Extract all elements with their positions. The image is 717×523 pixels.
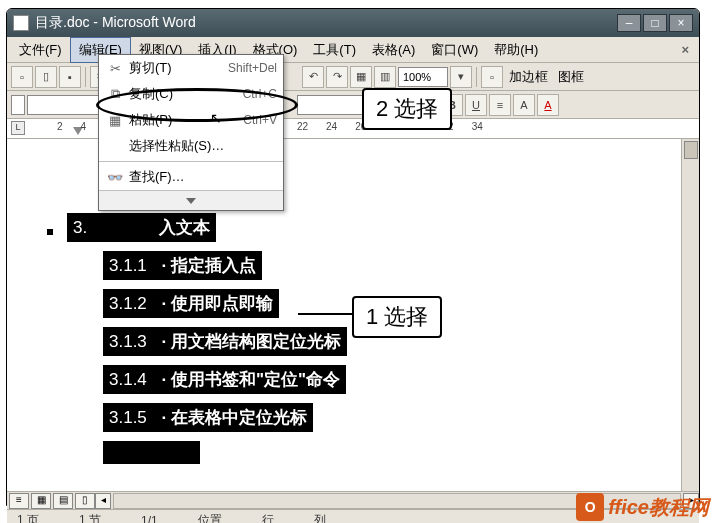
style-combo[interactable] [27,95,107,115]
item-num: 3.1.4 [109,370,147,389]
separator [476,67,477,87]
heading-text: 入文本 [159,218,210,237]
status-page: 1 页 [17,512,39,523]
bullet-icon [47,229,53,235]
menu-paste-special[interactable]: 选择性粘贴(S)… [99,133,283,159]
table-icon[interactable]: ▦ [350,66,372,88]
align-left-icon[interactable]: ≡ [489,94,511,116]
highlight-button[interactable]: A [513,94,535,116]
minimize-button[interactable]: – [617,14,641,32]
item-num: 3.1.3 [109,332,147,351]
item-num: 3.1.5 [109,408,147,427]
item-text: 使用即点即输 [171,294,273,313]
outline-view-icon[interactable]: ▯ [75,493,95,509]
item-text: 指定插入点 [171,256,256,275]
menu-copy[interactable]: ⧉ 复制(C) Ctrl+C [99,81,283,107]
heading-num: 3. [73,218,87,237]
copy-icon: ⧉ [105,86,125,102]
status-section: 1 节 [79,512,101,523]
normal-view-icon[interactable]: ≡ [9,493,29,509]
menu-separator [99,161,283,162]
item-num: 3.1.1 [109,256,147,275]
maximize-button[interactable]: □ [643,14,667,32]
menu-window[interactable]: 窗口(W) [423,38,486,62]
menu-shortcut: Ctrl+C [243,87,277,101]
font-color-button[interactable]: A [537,94,559,116]
close-button[interactable]: × [669,14,693,32]
watermark: O ffice教程网 [576,493,709,521]
redo-icon[interactable]: ↷ [326,66,348,88]
underline-button[interactable]: U [465,94,487,116]
menu-label: 复制(C) [129,85,243,103]
print-view-icon[interactable]: ▤ [53,493,73,509]
zoom-combo[interactable]: 100% [398,67,448,87]
menu-shortcut: Shift+Del [228,61,277,75]
new-doc-icon[interactable]: ▫ [11,66,33,88]
ruler-num: 2 [57,121,63,132]
status-position: 位置 [198,512,222,523]
toc-item-partial[interactable] [103,441,699,473]
heading-row[interactable]: 3. 入文本 [47,213,699,251]
ruler-num: 24 [326,121,337,132]
scroll-left-icon[interactable]: ◂ [95,493,111,509]
watermark-text: ffice教程网 [608,494,709,521]
menu-label: 粘贴(P) [129,111,243,129]
item-text: 使用书签和"定位"命令 [171,370,340,389]
menu-expand[interactable] [99,190,283,210]
zoom-dropdown-icon[interactable]: ▾ [450,66,472,88]
mouse-cursor-icon: ↖ [210,110,222,126]
menu-table[interactable]: 表格(A) [364,38,423,62]
status-column: 列 [314,512,326,523]
annotation-line-1 [298,313,352,315]
window-title: 目录.doc - Microsoft Word [35,14,617,32]
columns-icon[interactable]: ▥ [374,66,396,88]
vertical-scrollbar[interactable] [681,139,699,491]
scissors-icon: ✂ [105,61,125,76]
paste-icon: ▦ [105,113,125,128]
tab-selector[interactable]: L [11,121,25,135]
menu-paste[interactable]: ▦ 粘贴(P) Ctrl+V [99,107,283,133]
chevron-down-icon [186,198,196,204]
toc-item[interactable]: 3.1.1 · 指定插入点 [103,251,699,289]
item-text: 用文档结构图定位光标 [171,332,341,351]
menu-find[interactable]: 👓 查找(F)… [99,164,283,190]
undo-icon[interactable]: ↶ [302,66,324,88]
ruler-num: 34 [472,121,483,132]
border-label[interactable]: 加边框 [505,68,552,86]
binoculars-icon: 👓 [105,170,125,185]
menu-label: 选择性粘贴(S)… [129,137,277,155]
edit-menu-dropdown: ✂ 剪切(T) Shift+Del ⧉ 复制(C) Ctrl+C ▦ 粘贴(P)… [98,54,284,211]
doc-close-button[interactable]: × [675,42,695,57]
border-icon[interactable]: ▫ [481,66,503,88]
open-icon[interactable]: ▯ [35,66,57,88]
toc-item[interactable]: 3.1.4 · 使用书签和"定位"命令 [103,365,699,403]
ruler-num: 4 [81,121,87,132]
menu-label: 剪切(T) [129,59,228,77]
menu-cut[interactable]: ✂ 剪切(T) Shift+Del [99,55,283,81]
office-logo-icon: O [576,493,604,521]
status-line: 行 [262,512,274,523]
window-controls: – □ × [617,14,693,32]
menu-file[interactable]: 文件(F) [11,38,70,62]
annotation-callout-1: 1 选择 [352,296,442,338]
scroll-up-arrow-icon[interactable] [684,141,698,159]
status-pages: 1/1 [141,514,158,524]
save-icon[interactable]: ▪ [59,66,81,88]
separator [85,67,86,87]
menu-shortcut: Ctrl+V [243,113,277,127]
toc-item[interactable]: 3.1.5 · 在表格中定位光标 [103,403,699,441]
style-handle-icon[interactable] [11,95,25,115]
word-app-icon [13,15,29,31]
web-view-icon[interactable]: ▦ [31,493,51,509]
item-num: 3.1.2 [109,294,147,313]
title-bar[interactable]: 目录.doc - Microsoft Word – □ × [7,9,699,37]
menu-label: 查找(F)… [129,168,277,186]
annotation-callout-2: 2 选择 [362,88,452,130]
item-text: 在表格中定位光标 [171,408,307,427]
ruler-num: 22 [297,121,308,132]
frame-label[interactable]: 图框 [554,68,588,86]
menu-help[interactable]: 帮助(H) [486,38,546,62]
menu-tools[interactable]: 工具(T) [305,38,364,62]
